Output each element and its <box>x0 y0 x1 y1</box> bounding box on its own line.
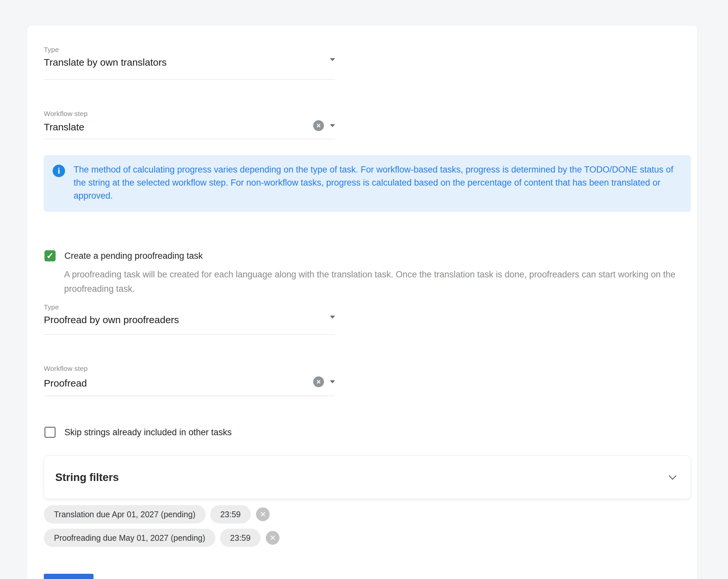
string-filters-panel[interactable]: String filters <box>44 456 691 499</box>
proofreading-due-chip: Proofreading due May 01, 2027 (pending) <box>44 529 215 547</box>
remove-icon[interactable]: ✕ <box>256 507 270 521</box>
translate-workflow-value: Translate <box>44 121 84 133</box>
skip-strings-checkbox[interactable] <box>45 427 56 438</box>
proofreading-due-time-chip: 23:59 <box>220 529 261 547</box>
task-settings-card: Type Translate by own translators Workfl… <box>27 26 697 579</box>
proofread-workflow-value: Proofread <box>44 378 87 389</box>
proofread-workflow-label: Workflow step <box>44 365 87 373</box>
create-proofreading-label: Create a pending proofreading task <box>64 251 203 261</box>
translate-workflow-label: Workflow step <box>44 110 87 118</box>
progress-info-banner: i The method of calculating progress var… <box>44 155 691 212</box>
translation-due-time-chip: 23:59 <box>210 505 251 523</box>
chevron-down-icon[interactable] <box>669 472 676 480</box>
clear-icon[interactable]: ✕ <box>313 120 324 131</box>
remove-icon[interactable]: ✕ <box>266 531 280 545</box>
proofread-workflow-select[interactable]: Proofread ✕ <box>44 378 335 396</box>
clear-icon[interactable]: ✕ <box>313 377 324 387</box>
translate-type-select[interactable]: Translate by own translators <box>44 57 335 80</box>
chevron-down-icon[interactable] <box>330 58 335 61</box>
string-filters-title: String filters <box>55 471 119 484</box>
translate-workflow-select[interactable]: Translate ✕ <box>44 121 335 139</box>
translate-type-value: Translate by own translators <box>44 57 167 68</box>
proofread-type-select[interactable]: Proofread by own proofreaders <box>44 314 335 335</box>
skip-strings-label: Skip strings already included in other t… <box>64 428 232 438</box>
chevron-down-icon[interactable] <box>330 380 335 383</box>
translation-due-chip: Translation due Apr 01, 2027 (pending) <box>44 505 206 523</box>
primary-button-partial[interactable] <box>44 574 94 579</box>
chevron-down-icon[interactable] <box>330 124 335 127</box>
create-proofreading-description: A proofreading task will be created for … <box>64 267 683 296</box>
chevron-down-icon[interactable] <box>330 315 335 319</box>
proofread-type-label: Type <box>44 303 59 311</box>
proofreading-due-chip-row: Proofreading due May 01, 2027 (pending) … <box>44 529 280 547</box>
create-proofreading-checkbox[interactable]: ✓ <box>45 250 56 261</box>
skip-strings-row: Skip strings already included in other t… <box>45 427 232 438</box>
info-icon: i <box>53 165 65 177</box>
translate-type-label: Type <box>44 46 59 54</box>
translation-due-chip-row: Translation due Apr 01, 2027 (pending) 2… <box>44 505 270 523</box>
create-proofreading-task-row: ✓ Create a pending proofreading task <box>45 250 203 261</box>
progress-info-text: The method of calculating progress varie… <box>74 163 677 202</box>
proofread-type-value: Proofread by own proofreaders <box>44 314 179 326</box>
